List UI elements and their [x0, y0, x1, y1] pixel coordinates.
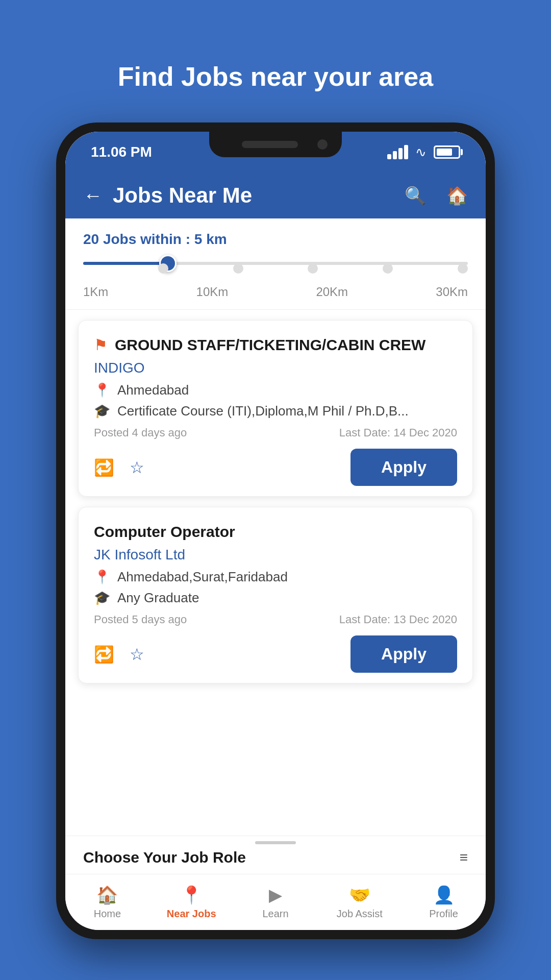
choose-role-title: Choose Your Job Role [83, 849, 246, 866]
job-education-1: Certificate Course (ITI),Diploma,M Phil … [117, 403, 409, 419]
page-headline: Find Jobs near your area [118, 61, 433, 92]
filter-icon[interactable]: ≡ [460, 849, 468, 866]
jobassist-nav-icon: 🤝 [349, 885, 370, 905]
slider-container[interactable] [83, 257, 468, 279]
home-nav-label: Home [94, 908, 121, 920]
app-header: ← Jobs Near Me 🔍 🏠 [65, 173, 486, 218]
job-meta-1: Posted 4 days ago Last Date: 14 Dec 2020 [94, 426, 457, 439]
bottom-sheet[interactable]: Choose Your Job Role ≡ [65, 836, 486, 874]
profile-nav-icon: 👤 [433, 885, 455, 905]
phone-frame: 11.06 PM ∿ ← Jobs Near Me 🔍 🏠 [56, 122, 495, 939]
km-value: 5 km [194, 231, 227, 247]
home-icon[interactable]: 🏠 [446, 185, 468, 206]
nav-item-profile[interactable]: 👤 Profile [402, 885, 486, 920]
distance-label: 20 Jobs within : 5 km [83, 231, 468, 248]
distance-filter: 20 Jobs within : 5 km [65, 218, 486, 310]
phone-screen: 11.06 PM ∿ ← Jobs Near Me 🔍 🏠 [65, 132, 486, 930]
slider-dot-6 [458, 263, 468, 274]
nav-item-learn[interactable]: ▶ Learn [234, 885, 318, 920]
dist-1km: 1Km [83, 285, 108, 299]
slider-dot-2 [158, 263, 168, 274]
dist-20km: 20Km [316, 285, 348, 299]
location-icon-2: 📍 [94, 569, 110, 585]
job-lastdate-1: Last Date: 14 Dec 2020 [339, 426, 457, 439]
apply-button-1[interactable]: Apply [350, 449, 457, 486]
slider-dot-5 [383, 263, 393, 274]
learn-nav-icon: ▶ [269, 885, 282, 905]
slider-dot-3 [233, 263, 243, 274]
job-title-1: GROUND STAFF/TICKETING/CABIN CREW [115, 335, 425, 355]
job-location-1: Ahmedabad [117, 382, 189, 398]
nearjobs-nav-label: Near Jobs [167, 908, 216, 920]
star-icon-1[interactable]: ☆ [130, 458, 144, 477]
bookmark-icon-1: ⚑ [94, 336, 108, 354]
jobs-list: ⚑ GROUND STAFF/TICKETING/CABIN CREW INDI… [65, 310, 486, 836]
job-posted-1: Posted 4 days ago [94, 426, 187, 439]
wifi-icon: ∿ [415, 144, 427, 160]
status-icons: ∿ [387, 144, 460, 160]
education-icon-1: 🎓 [94, 403, 110, 419]
page-title: Jobs Near Me [113, 183, 394, 208]
apply-button-2[interactable]: Apply [350, 635, 457, 673]
slider-dots [83, 263, 468, 274]
back-button[interactable]: ← [83, 185, 103, 207]
dist-10km: 10Km [196, 285, 229, 299]
nav-item-jobassist[interactable]: 🤝 Job Assist [317, 885, 402, 920]
nav-item-home[interactable]: 🏠 Home [65, 885, 149, 920]
battery-icon [434, 145, 460, 159]
job-lastdate-2: Last Date: 13 Dec 2020 [339, 613, 457, 626]
status-time: 11.06 PM [91, 144, 152, 160]
location-icon-1: 📍 [94, 382, 110, 398]
job-company-2: JK Infosoft Ltd [94, 547, 457, 563]
search-icon[interactable]: 🔍 [405, 185, 426, 206]
drag-handle [255, 841, 296, 844]
jobassist-nav-label: Job Assist [337, 908, 383, 920]
bottom-nav: 🏠 Home 📍 Near Jobs ▶ Learn 🤝 Job Assist … [65, 874, 486, 930]
home-nav-icon: 🏠 [96, 885, 118, 905]
job-location-2: Ahmedabad,Surat,Faridabad [117, 569, 288, 585]
profile-nav-label: Profile [429, 908, 458, 920]
share-icon-1[interactable]: 🔁 [94, 458, 114, 477]
nearjobs-nav-icon: 📍 [181, 885, 202, 905]
phone-notch [209, 132, 342, 157]
signal-icon [387, 145, 408, 159]
share-icon-2[interactable]: 🔁 [94, 645, 114, 664]
job-title-2: Computer Operator [94, 522, 457, 542]
dist-30km: 30Km [436, 285, 468, 299]
star-icon-2[interactable]: ☆ [130, 645, 144, 664]
education-icon-2: 🎓 [94, 590, 110, 606]
learn-nav-label: Learn [262, 908, 288, 920]
content-area: 20 Jobs within : 5 km [65, 218, 486, 874]
job-education-2: Any Graduate [117, 590, 199, 606]
job-company-1: INDIGO [94, 360, 457, 376]
job-card-1: ⚑ GROUND STAFF/TICKETING/CABIN CREW INDI… [78, 320, 473, 497]
job-card-2: Computer Operator JK Infosoft Ltd 📍 Ahme… [78, 507, 473, 683]
nav-item-nearjobs[interactable]: 📍 Near Jobs [149, 885, 234, 920]
job-posted-2: Posted 5 days ago [94, 613, 187, 626]
job-meta-2: Posted 5 days ago Last Date: 13 Dec 2020 [94, 613, 457, 626]
distance-labels-row: 1Km 10Km 20Km 30Km [83, 285, 468, 299]
slider-dot-4 [308, 263, 318, 274]
